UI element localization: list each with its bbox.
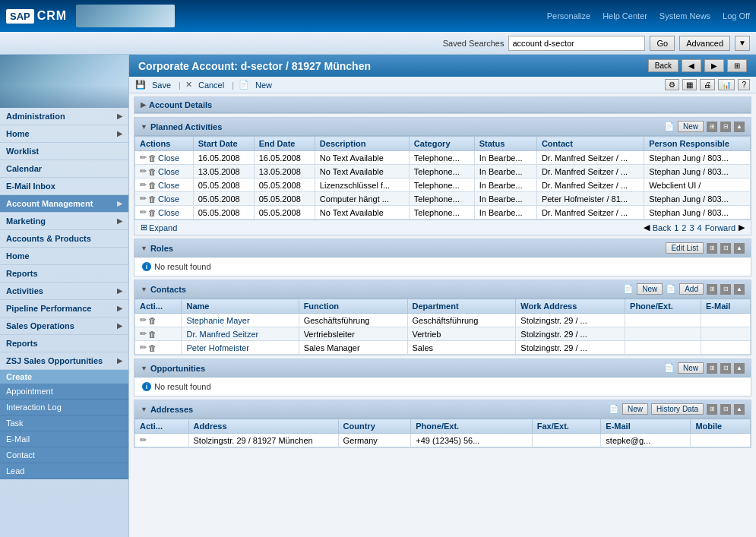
delete-icon[interactable]: 🗑: [148, 167, 157, 176]
delete-icon[interactable]: 🗑: [148, 181, 157, 190]
edit-icon[interactable]: ✏: [140, 166, 147, 176]
personalize-link[interactable]: Personalize: [547, 11, 590, 21]
help-center-link[interactable]: Help Center: [603, 11, 647, 21]
copy-icon[interactable]: ⊞: [707, 363, 717, 374]
sidebar-create-interaction-log[interactable]: Interaction Log: [0, 400, 128, 415]
sidebar-item-zsj[interactable]: ZSJ Sales Opportunities ▶: [0, 352, 128, 370]
sidebar-item-home[interactable]: Home ▶: [0, 125, 128, 143]
export-icon[interactable]: ⊟: [720, 122, 731, 132]
sidebar-create-email[interactable]: E-Mail: [0, 431, 128, 447]
account-details-title: Account Details: [149, 100, 212, 109]
page-options-button[interactable]: ⊞: [727, 59, 747, 72]
sidebar-create-contact[interactable]: Contact: [0, 447, 128, 463]
sidebar-item-calendar[interactable]: Calendar: [0, 160, 128, 178]
page-3-link[interactable]: 3: [689, 223, 694, 232]
contacts-new-button[interactable]: New: [637, 283, 663, 295]
copy-icon[interactable]: ⊞: [707, 243, 717, 254]
planned-activities-header[interactable]: ▼ Planned Activities 📄 New ⊞ ⊟ ▲: [134, 118, 751, 136]
sidebar-item-reports2[interactable]: Reports: [0, 335, 128, 352]
page-4-link[interactable]: 4: [697, 223, 702, 232]
export-button[interactable]: 📊: [718, 79, 735, 90]
close-link[interactable]: Close: [158, 208, 179, 217]
export-icon[interactable]: ⊟: [720, 284, 731, 295]
addresses-header[interactable]: ▼ Addresses 📄 New History Data ⊞ ⊟ ▲: [134, 400, 751, 419]
page-2-link[interactable]: 2: [682, 223, 686, 232]
advanced-button[interactable]: Advanced: [679, 36, 730, 51]
print-button[interactable]: 🖨: [700, 79, 715, 90]
expand-button[interactable]: ⊞ Expand: [141, 223, 177, 232]
edit-icon[interactable]: ✏: [140, 153, 147, 163]
edit-icon[interactable]: ✏: [140, 329, 147, 339]
collapse-section-icon[interactable]: ▲: [734, 284, 745, 295]
cancel-button[interactable]: Cancel: [195, 80, 227, 90]
edit-list-button[interactable]: Edit List: [666, 242, 704, 254]
more-button[interactable]: ▼: [735, 36, 750, 51]
edit-icon[interactable]: ✏: [140, 180, 147, 190]
edit-icon[interactable]: ✏: [140, 194, 147, 204]
account-details-header[interactable]: ▶ Account Details: [134, 97, 751, 113]
log-off-link[interactable]: Log Off: [723, 11, 750, 21]
addresses-new-button[interactable]: New: [622, 403, 648, 415]
close-link[interactable]: Close: [158, 153, 179, 163]
back-page-link[interactable]: Back: [653, 223, 671, 232]
search-input[interactable]: [508, 36, 645, 51]
new-button[interactable]: New: [252, 80, 275, 90]
sidebar-item-sales-operations[interactable]: Sales Operations ▶: [0, 317, 128, 335]
delete-icon[interactable]: 🗑: [148, 208, 157, 217]
copy-icon[interactable]: ⊞: [707, 122, 717, 132]
delete-icon[interactable]: 🗑: [148, 330, 157, 339]
person-responsible: Webclient UI /: [644, 178, 751, 192]
edit-icon[interactable]: ✏: [140, 435, 147, 445]
sidebar-item-worklist[interactable]: Worklist: [0, 143, 128, 160]
contacts-header[interactable]: ▼ Contacts 📄 New 📄 Add ⊞ ⊟ ▲: [134, 280, 751, 299]
edit-icon[interactable]: ✏: [140, 343, 147, 352]
help-button[interactable]: ?: [738, 79, 750, 90]
forward-page-link[interactable]: Forward: [705, 223, 735, 232]
sidebar-create-lead[interactable]: Lead: [0, 463, 128, 479]
delete-icon[interactable]: 🗑: [148, 153, 157, 163]
sidebar-item-pipeline-performance[interactable]: Pipeline Performance ▶: [0, 300, 128, 317]
export-icon[interactable]: ⊟: [720, 404, 731, 415]
sidebar-item-marketing[interactable]: Marketing ▶: [0, 213, 128, 230]
save-button[interactable]: Save: [149, 80, 174, 90]
go-button[interactable]: Go: [650, 36, 675, 51]
sidebar-item-home2[interactable]: Home: [0, 248, 128, 265]
close-link[interactable]: Close: [158, 194, 179, 204]
delete-icon[interactable]: 🗑: [148, 194, 157, 204]
copy-icon[interactable]: ⊞: [707, 284, 717, 295]
history-data-button[interactable]: History Data: [651, 403, 704, 415]
sidebar-item-administration[interactable]: Administration ▶: [0, 108, 128, 125]
edit-icon[interactable]: ✏: [140, 315, 147, 325]
close-link[interactable]: Close: [158, 181, 179, 190]
config-button[interactable]: ⚙: [665, 79, 679, 90]
nav-prev-button[interactable]: ◀: [682, 59, 701, 72]
page-1-link[interactable]: 1: [674, 223, 679, 232]
layout-button[interactable]: ▦: [682, 79, 697, 90]
sidebar-item-activities[interactable]: Activities ▶: [0, 283, 128, 300]
sidebar-item-accounts-products[interactable]: Accounts & Products: [0, 230, 128, 248]
back-button[interactable]: Back: [648, 59, 679, 72]
sidebar-item-reports[interactable]: Reports: [0, 265, 128, 283]
nav-next-button[interactable]: ▶: [704, 59, 724, 72]
system-news-link[interactable]: System News: [660, 11, 710, 21]
delete-icon[interactable]: 🗑: [148, 343, 157, 352]
planned-activities-new-button[interactable]: New: [678, 121, 704, 132]
export-icon[interactable]: ⊟: [720, 363, 731, 374]
collapse-section-icon[interactable]: ▲: [734, 122, 745, 132]
sidebar-item-account-management[interactable]: Account Management ▶: [0, 195, 128, 213]
collapse-section-icon[interactable]: ▲: [734, 404, 745, 415]
sidebar-item-email-inbox[interactable]: E-Mail Inbox: [0, 178, 128, 195]
contacts-add-button[interactable]: Add: [679, 283, 704, 295]
close-link[interactable]: Close: [158, 167, 179, 176]
sidebar-create-task[interactable]: Task: [0, 415, 128, 431]
collapse-section-icon[interactable]: ▲: [734, 243, 745, 254]
opportunities-header[interactable]: ▼ Opportunities 📄 New ⊞ ⊟ ▲: [134, 359, 751, 377]
copy-icon[interactable]: ⊞: [707, 404, 717, 415]
sidebar-create-appointment[interactable]: Appointment: [0, 384, 128, 400]
collapse-section-icon[interactable]: ▲: [734, 363, 745, 374]
opportunities-new-button[interactable]: New: [678, 362, 704, 374]
delete-icon[interactable]: 🗑: [148, 316, 157, 325]
export-icon[interactable]: ⊟: [720, 243, 731, 254]
roles-header[interactable]: ▼ Roles Edit List ⊞ ⊟ ▲: [134, 239, 751, 257]
edit-icon[interactable]: ✏: [140, 207, 147, 217]
